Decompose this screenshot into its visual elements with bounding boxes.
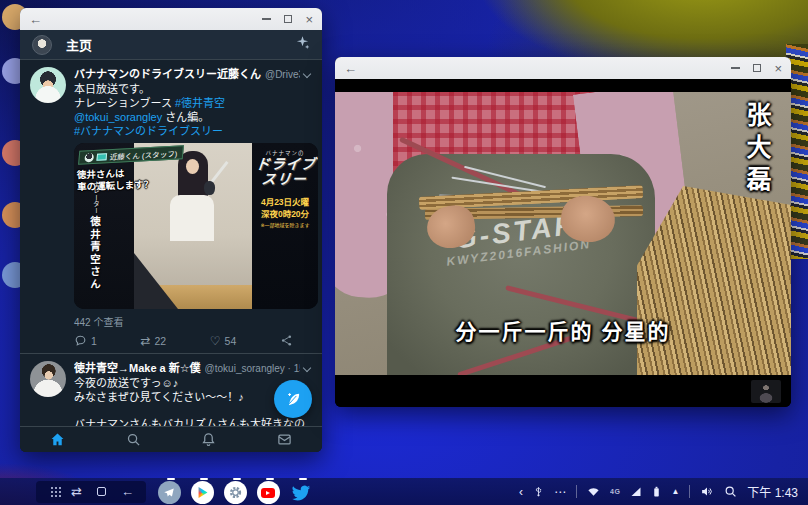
video-content[interactable]: G-STAR KWYZ2016FASHION 张大磊 分一斤一斤的 分星的 bbox=[335, 79, 791, 407]
twitter-header: 主页 bbox=[20, 30, 322, 60]
artist-name-vertical: 张大磊 bbox=[739, 102, 775, 198]
nav-search-tab[interactable] bbox=[126, 432, 141, 447]
video-titlebar: ← × bbox=[335, 57, 791, 79]
minimize-button[interactable] bbox=[262, 18, 271, 20]
close-button[interactable]: × bbox=[305, 13, 313, 26]
like-button[interactable]: ♡ 54 bbox=[210, 335, 236, 347]
show-logo: ドライブスリー bbox=[250, 157, 318, 187]
tweet-line: ナレーションブース bbox=[74, 97, 175, 109]
video-player-window: ← × G-STAR KWYZ2016FASHION bbox=[335, 57, 791, 407]
sparkle-icon[interactable] bbox=[295, 35, 310, 54]
nav-notifications-tab[interactable] bbox=[201, 432, 216, 447]
back-icon[interactable]: ← bbox=[344, 62, 357, 75]
tweet-text: 本日放送です。 ナレーションブース #徳井青空 @tokui_sorangley… bbox=[74, 82, 312, 138]
avatar[interactable] bbox=[30, 67, 66, 103]
tweet-author: 徳井青空→Make a 新☆僕 bbox=[74, 361, 201, 376]
view-count: 442 个查看 bbox=[74, 309, 312, 331]
hashtag-link[interactable]: #バナナマンのドライブスリー bbox=[74, 124, 312, 138]
pip-thumbnail[interactable] bbox=[751, 380, 781, 403]
chevron-down-icon[interactable] bbox=[303, 363, 311, 371]
narrator-label: ナレーター 徳井青空さん bbox=[88, 181, 103, 291]
chevron-down-icon[interactable] bbox=[303, 69, 311, 77]
video-frame: G-STAR KWYZ2016FASHION 张大磊 分一斤一斤的 分星的 bbox=[335, 92, 791, 375]
system-tray: ‹ ⋯ 4G ▲ 下午 1:43 bbox=[519, 483, 808, 500]
envelope-icon bbox=[96, 153, 107, 161]
broadcast-date: 4月23日火曜 bbox=[252, 195, 318, 207]
running-indicator bbox=[299, 478, 307, 480]
divider bbox=[576, 485, 577, 498]
maximize-button[interactable] bbox=[284, 15, 292, 23]
volume-icon[interactable] bbox=[700, 485, 714, 498]
nav-home-tab[interactable] bbox=[50, 432, 65, 447]
search-icon[interactable] bbox=[724, 485, 737, 498]
tweet-line: 本日放送です。 bbox=[74, 83, 150, 95]
nav-messages-tab[interactable] bbox=[277, 432, 292, 447]
back-icon[interactable]: ← bbox=[121, 485, 134, 498]
desktop: ← × 主页 バナナマンのドラ bbox=[0, 0, 808, 505]
tweet-line: さん編。 bbox=[162, 111, 209, 123]
timeline: バナナマンのドライブスリー近藤くん @Drive3Kd · 1时 本日放送です。… bbox=[20, 60, 322, 426]
youtube-icon bbox=[257, 481, 280, 504]
retweet-button[interactable]: ⇄ 22 bbox=[140, 335, 166, 347]
dock-app-twitter[interactable] bbox=[290, 478, 316, 505]
dock-app-playstore[interactable] bbox=[191, 478, 217, 505]
divider bbox=[689, 485, 690, 498]
dock bbox=[158, 478, 316, 505]
home-icon[interactable] bbox=[97, 487, 106, 496]
cellular-signal-icon bbox=[630, 486, 642, 497]
subtitle-text: 分一斤一斤的 分星的 bbox=[335, 315, 791, 345]
compose-tweet-button[interactable] bbox=[274, 380, 312, 418]
tweet[interactable]: バナナマンのドライブスリー近藤くん @Drive3Kd · 1时 本日放送です。… bbox=[20, 60, 322, 354]
dock-app-youtube[interactable] bbox=[257, 478, 283, 505]
running-indicator bbox=[167, 478, 175, 480]
network-type-badge: 4G bbox=[610, 488, 620, 495]
battery-icon bbox=[652, 485, 661, 498]
maximize-button[interactable] bbox=[753, 64, 761, 72]
microphone bbox=[204, 181, 215, 195]
heart-icon: ♡ bbox=[210, 335, 221, 347]
twitter-app: 主页 バナナマンのドライブスリー近藤くん @Drive3Kd · 1时 bbox=[20, 30, 322, 452]
running-indicator bbox=[233, 478, 241, 480]
broadcast-note: ※一部地域を除きます bbox=[252, 221, 318, 228]
minimize-button[interactable] bbox=[731, 67, 740, 69]
taskbar: ⇄ ← bbox=[0, 478, 808, 505]
close-button[interactable]: × bbox=[774, 62, 782, 75]
foreground-shadow bbox=[134, 253, 178, 309]
tweet-meta: @tokui_sorangley · 15秒 bbox=[205, 361, 300, 376]
running-indicator bbox=[200, 478, 208, 480]
girl-shirt bbox=[170, 195, 214, 241]
avatar[interactable] bbox=[30, 361, 66, 397]
twitter-titlebar: ← × bbox=[20, 8, 322, 30]
tweet-author: バナナマンのドライブスリー近藤くん bbox=[74, 67, 261, 82]
broadcast-time: 深夜0時20分 bbox=[252, 207, 318, 219]
media-right-panel: バナナマンの ドライブスリー 4月23日火曜 深夜0時20分 ※一部地域を除きま… bbox=[252, 143, 318, 309]
share-button[interactable] bbox=[280, 334, 293, 347]
nav-button-pill: ⇄ ← bbox=[36, 481, 146, 503]
running-indicator bbox=[266, 478, 274, 480]
tweet-meta: @Drive3Kd · 1时 bbox=[265, 67, 300, 82]
telegram-icon bbox=[158, 481, 181, 504]
playstore-icon bbox=[191, 481, 214, 504]
dock-app-settings[interactable] bbox=[224, 478, 250, 505]
recents-icon[interactable]: ⇄ bbox=[71, 485, 82, 498]
apps-grid-icon[interactable] bbox=[51, 491, 53, 493]
twitter-bottom-nav bbox=[20, 426, 322, 452]
caret-up-icon[interactable]: ▲ bbox=[671, 488, 679, 496]
page-title: 主页 bbox=[66, 35, 92, 54]
twitter-window: ← × 主页 バナナマンのドラ bbox=[20, 8, 322, 452]
clock[interactable]: 下午 1:43 bbox=[747, 483, 798, 500]
tray-overflow-icon[interactable]: ⋯ bbox=[554, 486, 566, 498]
back-icon[interactable]: ← bbox=[29, 13, 42, 26]
girl-face bbox=[186, 159, 199, 174]
dock-app-telegram[interactable] bbox=[158, 478, 184, 505]
badge-avatar bbox=[84, 152, 94, 161]
tweet-media-video[interactable]: バナナマンの ドライブスリー 4月23日火曜 深夜0時20分 ※一部地域を除きま… bbox=[74, 143, 318, 309]
tweet-actions: 1 ⇄ 22 ♡ 54 bbox=[74, 331, 293, 349]
profile-avatar[interactable] bbox=[32, 35, 52, 55]
reply-button[interactable]: 1 bbox=[74, 334, 97, 347]
settings-gear-icon bbox=[224, 481, 247, 504]
wifi-icon bbox=[587, 486, 600, 497]
retweet-icon: ⇄ bbox=[140, 335, 150, 347]
twitter-bird-icon bbox=[290, 481, 313, 504]
tray-expand-icon[interactable]: ‹ bbox=[519, 486, 523, 498]
